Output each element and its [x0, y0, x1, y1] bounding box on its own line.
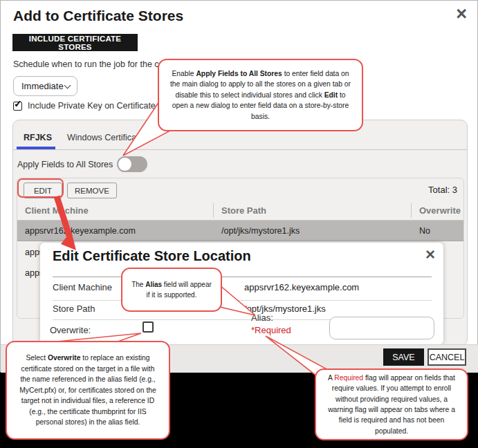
header-divider — [411, 203, 412, 218]
table-row-selected[interactable]: appsrvr162.keyexample.com /opt/jks/mysto… — [17, 221, 463, 241]
alias-input[interactable] — [329, 317, 434, 339]
table-header: Client Machine Store Path Overwrite — [17, 200, 463, 221]
header-store-path: Store Path — [221, 205, 266, 216]
cell-overwrite: No — [419, 226, 430, 236]
tab-divider — [13, 149, 467, 150]
header-divider — [213, 203, 214, 218]
cancel-button[interactable]: CANCEL — [428, 348, 466, 366]
client-machine-value: appsrvr162.keyexample.com — [244, 282, 359, 292]
total-count: Total: 3 — [428, 185, 457, 195]
tab-rfjks[interactable]: RFJKS — [24, 133, 52, 142]
alias-label: Alias: — [251, 312, 273, 323]
header-overwrite: Overwrite — [419, 205, 461, 216]
annotated-screenshot: Add to Certificate Stores × INCLUDE CERT… — [0, 0, 478, 448]
apply-fields-label: Apply Fields to All Stores — [17, 160, 113, 169]
chevron-down-icon — [64, 82, 71, 89]
overwrite-label: Overwrite: — [50, 325, 91, 335]
callout-text: A Required flag will appear on fields th… — [316, 368, 467, 441]
callout-text: Select Overwrite to replace an existing … — [7, 348, 169, 431]
cell-store-path: /opt/jks/mystore1.jks — [221, 226, 300, 236]
cell-client-machine: appsrvr162.keyexample.com — [25, 226, 136, 236]
schedule-select[interactable]: Immediate — [13, 76, 77, 96]
tab-windows-certificate[interactable]: Windows Certificate — [67, 133, 143, 142]
edit-dialog-title: Edit Certificate Store Location — [53, 248, 251, 264]
divider — [53, 300, 432, 301]
close-icon[interactable]: × — [425, 246, 435, 263]
divider — [53, 277, 432, 277]
required-flag: *Required — [251, 325, 291, 335]
edit-certificate-store-location-dialog: Edit Certificate Store Location × Client… — [40, 243, 443, 344]
private-key-label: Include Private Key on Certificate Store — [28, 101, 178, 111]
store-path-label: Store Path — [53, 304, 95, 314]
client-machine-label: Client Machine — [53, 282, 112, 292]
schedule-select-value: Immediate — [21, 81, 64, 91]
callout-text: Enable Apply Fields to All Stores to ent… — [159, 64, 362, 126]
private-key-checkbox-row: ✓ Include Private Key on Certificate Sto… — [13, 101, 178, 111]
header-client-machine: Client Machine — [25, 205, 89, 216]
save-button[interactable]: SAVE — [383, 348, 424, 366]
callout-alias-field: The Alias field will appear if it is sup… — [121, 268, 222, 312]
private-key-checkbox[interactable]: ✓ — [13, 102, 22, 111]
callout-apply-fields: Enable Apply Fields to All Stores to ent… — [158, 59, 363, 131]
close-icon[interactable]: × — [456, 5, 467, 24]
remove-button[interactable]: REMOVE — [67, 183, 117, 198]
callout-overwrite: Select Overwrite to replace an existing … — [6, 341, 170, 440]
toggle-knob-icon — [118, 158, 131, 171]
callout-required-flag: A Required flag will appear on fields th… — [315, 368, 468, 440]
edit-button[interactable]: EDIT — [24, 183, 62, 198]
checkmark-icon: ✓ — [14, 98, 22, 109]
add-to-certificate-stores-dialog: Add to Certificate Stores × INCLUDE CERT… — [0, 0, 478, 372]
apply-fields-toggle[interactable] — [117, 156, 147, 172]
overwrite-checkbox[interactable] — [143, 321, 154, 333]
callout-text: The Alias field will appear if it is sup… — [122, 275, 221, 304]
apply-fields-row: Apply Fields to All Stores — [17, 156, 147, 172]
dialog-title: Add to Certificate Stores — [13, 8, 183, 24]
include-certificate-stores-button[interactable]: INCLUDE CERTIFICATE STORES — [12, 34, 138, 51]
